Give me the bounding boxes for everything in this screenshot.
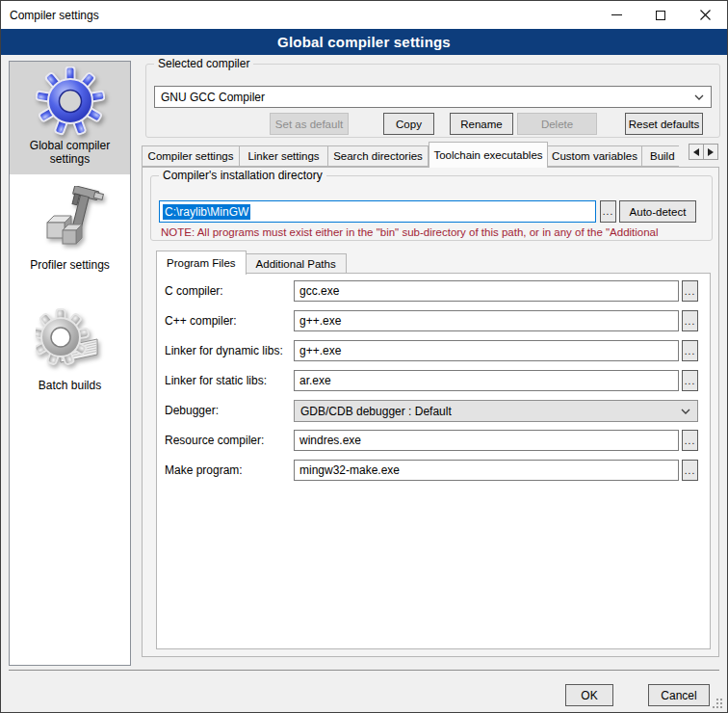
field-row-resource-compiler: Resource compiler: ... <box>165 430 698 451</box>
auto-detect-button[interactable]: Auto-detect <box>619 200 696 223</box>
field-row-cpp-compiler: C++ compiler: ... <box>165 310 698 331</box>
tab-build-options[interactable]: Build <box>642 145 679 167</box>
installation-directory-value: C:\raylib\MinGW <box>163 204 250 220</box>
tab-custom-variables[interactable]: Custom variables <box>548 145 642 167</box>
field-row-c-compiler: C compiler: ... <box>165 280 698 302</box>
compiler-settings-dialog: Compiler settings Global compiler settin… <box>0 0 728 713</box>
subtab-program-files[interactable]: Program Files <box>156 251 247 275</box>
titlebar[interactable]: Compiler settings <box>1 1 727 29</box>
toolchain-executables-page: Compiler's installation directory C:\ray… <box>142 167 719 657</box>
maximize-button[interactable] <box>638 1 683 29</box>
debugger-dropdown[interactable]: GDB/CDB debugger : Default <box>294 400 698 422</box>
field-label: C compiler: <box>165 284 294 298</box>
tab-scroll-left-button[interactable] <box>689 144 704 160</box>
browse-linker-static-button[interactable]: ... <box>682 370 698 391</box>
tab-toolchain-executables[interactable]: Toolchain executables <box>429 142 548 168</box>
copy-button[interactable]: Copy <box>383 113 434 135</box>
c-compiler-input[interactable] <box>294 280 679 302</box>
field-label: C++ compiler: <box>165 314 294 328</box>
minimize-icon <box>611 10 622 20</box>
field-row-linker-dynamic: Linker for dynamic libs: ... <box>165 340 698 361</box>
field-row-make-program: Make program: ... <box>165 460 698 481</box>
installation-directory-input[interactable]: C:\raylib\MinGW <box>159 200 596 223</box>
sidebar-item-global-compiler-settings[interactable]: Global compiler settings <box>10 62 130 174</box>
selected-compiler-value: GNU GCC Compiler <box>155 91 690 104</box>
sidebar: Global compiler settings <box>9 61 131 666</box>
reset-defaults-button[interactable]: Reset defaults <box>625 113 703 135</box>
browse-resource-compiler-button[interactable]: ... <box>682 430 698 451</box>
tab-compiler-settings[interactable]: Compiler settings <box>142 145 240 167</box>
ok-button[interactable]: OK <box>565 684 613 706</box>
tab-linker-settings[interactable]: Linker settings <box>240 145 328 167</box>
set-as-default-button: Set as default <box>270 113 349 135</box>
group-legend: Compiler's installation directory <box>159 169 326 182</box>
arrow-right-icon <box>708 148 714 156</box>
cpp-compiler-input[interactable] <box>294 310 679 331</box>
linker-dynamic-input[interactable] <box>294 340 679 361</box>
field-label: Linker for static libs: <box>165 374 294 387</box>
arrow-left-icon <box>693 148 699 156</box>
settings-tabstrip: Compiler settings Linker settings Search… <box>142 142 721 167</box>
window-title: Compiler settings <box>1 9 99 22</box>
browse-directory-button[interactable]: ... <box>600 200 616 223</box>
page-title: Global compiler settings <box>277 34 451 50</box>
selected-compiler-dropdown[interactable]: GNU GCC Compiler <box>154 86 712 108</box>
installation-directory-group: Compiler's installation directory C:\ray… <box>150 175 713 241</box>
minimize-button[interactable] <box>594 1 638 29</box>
sidebar-item-label: Profiler settings <box>10 255 130 272</box>
gray-gear-stack-icon <box>10 306 130 376</box>
dialog-header: Global compiler settings <box>1 29 727 55</box>
resource-compiler-input[interactable] <box>294 430 679 451</box>
subtab-additional-paths[interactable]: Additional Paths <box>247 253 347 274</box>
caption-buttons <box>594 1 727 29</box>
note-text: NOTE: All programs must exist either in … <box>161 226 706 238</box>
linker-static-input[interactable] <box>294 370 679 391</box>
tab-scroll-right-button[interactable] <box>703 144 718 160</box>
make-program-input[interactable] <box>294 460 679 481</box>
field-label: Debugger: <box>165 404 294 417</box>
close-button[interactable] <box>683 1 727 29</box>
maximize-icon <box>656 11 665 20</box>
sidebar-item-label: Batch builds <box>10 376 130 392</box>
main-panel: Selected compiler GNU GCC Compiler Set a… <box>139 61 721 666</box>
debugger-value: GDB/CDB debugger : Default <box>295 405 677 418</box>
browse-make-program-button[interactable]: ... <box>682 460 698 481</box>
sidebar-item-label: Global compiler settings <box>10 136 130 166</box>
delete-button: Delete <box>517 113 597 135</box>
caliper-icon <box>10 186 130 255</box>
group-legend: Selected compiler <box>154 57 253 70</box>
field-label: Resource compiler: <box>165 434 294 447</box>
cancel-button[interactable]: Cancel <box>648 684 710 706</box>
tab-scroll-buttons <box>689 144 718 160</box>
field-label: Make program: <box>165 463 294 477</box>
paths-subtabstrip: Program Files Additional Paths <box>156 250 347 274</box>
program-files-page: C compiler: ... C++ compiler: ... Linker… <box>156 273 711 649</box>
browse-linker-dynamic-button[interactable]: ... <box>682 340 698 361</box>
chevron-down-icon <box>690 94 711 100</box>
field-row-linker-static: Linker for static libs: ... <box>165 370 698 391</box>
resize-grip[interactable] <box>714 699 723 708</box>
blue-gear-icon <box>10 66 130 136</box>
tab-search-directories[interactable]: Search directories <box>328 145 429 167</box>
field-label: Linker for dynamic libs: <box>165 344 294 357</box>
rename-button[interactable]: Rename <box>450 113 513 135</box>
field-row-debugger: Debugger: GDB/CDB debugger : Default <box>165 400 698 421</box>
close-icon <box>700 10 711 20</box>
sidebar-item-batch-builds[interactable]: Batch builds <box>10 295 130 392</box>
footer-divider <box>9 670 719 671</box>
sidebar-item-profiler-settings[interactable]: Profiler settings <box>10 174 130 272</box>
chevron-down-icon <box>677 409 697 414</box>
selected-compiler-group: Selected compiler GNU GCC Compiler Set a… <box>145 64 720 138</box>
browse-c-compiler-button[interactable]: ... <box>682 280 698 302</box>
browse-cpp-compiler-button[interactable]: ... <box>682 310 698 331</box>
